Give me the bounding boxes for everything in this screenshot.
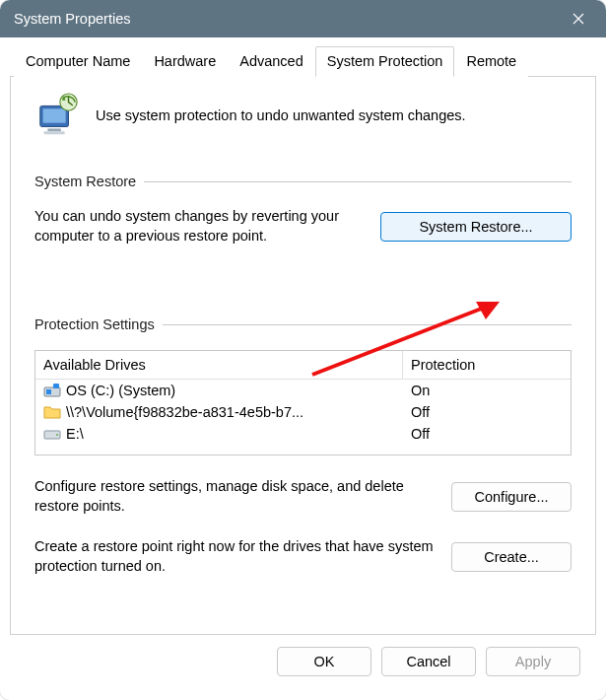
drive-row[interactable]: OS (C:) (System) On xyxy=(35,380,571,401)
group-system-restore: System Restore You can undo system chang… xyxy=(34,174,572,253)
ok-button[interactable]: OK xyxy=(277,647,371,676)
intro-text: Use system protection to undo unwanted s… xyxy=(96,107,466,123)
group-protection-settings: Protection Settings Available Drives Pro… xyxy=(34,316,572,582)
tab-computer-name[interactable]: Computer Name xyxy=(14,46,142,77)
create-row: Create a restore point right now for the… xyxy=(34,537,572,576)
drive-row[interactable]: E:\ Off xyxy=(35,423,571,445)
create-button[interactable]: Create... xyxy=(451,542,572,572)
divider xyxy=(163,324,572,325)
intro-row: Use system protection to undo unwanted s… xyxy=(34,93,572,138)
system-restore-button[interactable]: System Restore... xyxy=(380,212,572,242)
tab-strip: Computer Name Hardware Advanced System P… xyxy=(10,45,596,77)
group-title-protection: Protection Settings xyxy=(34,316,155,332)
divider xyxy=(144,181,572,182)
configure-row: Configure restore settings, manage disk … xyxy=(34,477,572,516)
drives-header: Available Drives Protection xyxy=(35,351,571,380)
system-properties-window: System Properties Computer Name Hardware… xyxy=(0,0,606,700)
os-drive-icon xyxy=(43,383,61,398)
drive-protection: On xyxy=(403,382,571,399)
svg-point-12 xyxy=(56,434,58,436)
drive-name: \\?\Volume{f98832be-a831-4e5b-b7... xyxy=(66,404,303,420)
svg-rect-2 xyxy=(47,128,60,131)
configure-text: Configure restore settings, manage disk … xyxy=(34,477,438,516)
system-protection-icon xyxy=(34,93,80,138)
col-header-drives[interactable]: Available Drives xyxy=(35,351,403,379)
content-area: Computer Name Hardware Advanced System P… xyxy=(0,37,606,700)
tab-hardware[interactable]: Hardware xyxy=(142,46,228,77)
drive-protection: Off xyxy=(403,425,571,443)
group-title-restore: System Restore xyxy=(34,174,136,189)
close-icon xyxy=(572,13,584,25)
dialog-footer: OK Cancel Apply xyxy=(10,635,596,690)
group-header-restore: System Restore xyxy=(34,174,572,189)
svg-rect-3 xyxy=(44,131,65,134)
drive-name: OS (C:) (System) xyxy=(66,383,175,398)
tab-system-protection[interactable]: System Protection xyxy=(315,46,455,77)
titlebar[interactable]: System Properties xyxy=(0,0,606,37)
close-button[interactable] xyxy=(555,0,602,37)
tab-advanced[interactable]: Advanced xyxy=(228,46,315,77)
configure-button[interactable]: Configure... xyxy=(451,482,572,512)
drive-protection: Off xyxy=(403,403,571,421)
apply-button[interactable]: Apply xyxy=(486,647,580,676)
drives-listbox[interactable]: Available Drives Protection OS (C:) (Sys… xyxy=(34,350,572,455)
col-header-protection[interactable]: Protection xyxy=(403,351,571,379)
group-header-protection: Protection Settings xyxy=(34,316,572,332)
folder-icon xyxy=(43,404,61,420)
system-restore-row: You can undo system changes by reverting… xyxy=(34,207,572,245)
svg-rect-10 xyxy=(53,384,59,388)
window-title: System Properties xyxy=(14,11,555,27)
drive-name: E:\ xyxy=(66,426,84,442)
drive-icon xyxy=(43,426,61,442)
system-restore-text: You can undo system changes by reverting… xyxy=(34,207,365,245)
tab-remote[interactable]: Remote xyxy=(454,46,528,77)
create-text: Create a restore point right now for the… xyxy=(34,537,438,576)
drive-row[interactable]: \\?\Volume{f98832be-a831-4e5b-b7... Off xyxy=(35,401,571,423)
cancel-button[interactable]: Cancel xyxy=(381,647,476,676)
svg-rect-1 xyxy=(43,108,66,122)
tab-panel: Use system protection to undo unwanted s… xyxy=(10,77,596,635)
svg-rect-9 xyxy=(46,389,51,394)
spacer xyxy=(34,277,572,316)
